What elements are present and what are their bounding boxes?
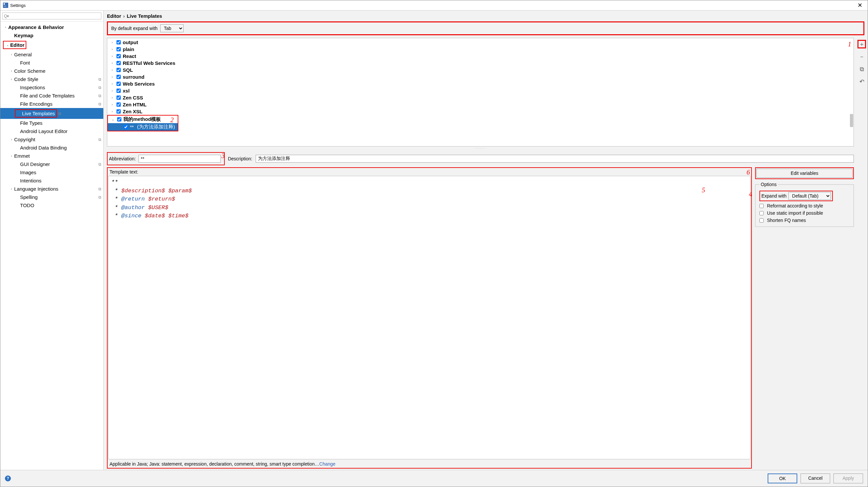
expand-with-select[interactable]: Default (Tab) bbox=[788, 192, 831, 200]
group-checkbox[interactable] bbox=[117, 47, 121, 51]
template-group-list[interactable]: ›output›plain›React›RESTful Web Services… bbox=[107, 38, 854, 146]
add-button[interactable]: ＋ bbox=[858, 40, 866, 49]
sidebar-item-code-style[interactable]: ›Code Style⧉ bbox=[0, 75, 103, 83]
sidebar-item-label: Live Templates bbox=[22, 111, 55, 116]
static-import-label: Use static import if possible bbox=[767, 210, 823, 216]
revert-button[interactable]: ↶ bbox=[858, 77, 866, 86]
window-title: Settings bbox=[10, 3, 26, 8]
template-item[interactable]: **(为方法添加注释) bbox=[108, 123, 178, 131]
sidebar-item-label: Font bbox=[20, 60, 101, 65]
group-name: Zen CSS bbox=[123, 95, 143, 101]
sidebar-item-emmet[interactable]: ›Emmet bbox=[0, 152, 103, 160]
chevron-icon: › bbox=[9, 138, 14, 141]
group-checkbox[interactable] bbox=[117, 68, 121, 72]
abbrev-desc-row: Abbreviation: 3 Description: bbox=[107, 150, 854, 167]
reformat-checkbox[interactable] bbox=[760, 204, 764, 208]
cancel-button[interactable]: Cancel bbox=[801, 474, 830, 483]
template-group-restful-web-services[interactable]: ›RESTful Web Services bbox=[107, 60, 854, 66]
group-checkbox[interactable] bbox=[117, 95, 121, 100]
sidebar-item-label: Code Style bbox=[14, 77, 97, 82]
help-button[interactable]: ? bbox=[5, 476, 11, 481]
group-checkbox[interactable] bbox=[117, 109, 121, 114]
abbrev-input[interactable] bbox=[138, 155, 221, 163]
sidebar-item-images[interactable]: Images bbox=[0, 168, 103, 176]
sidebar-item-color-scheme[interactable]: ›Color Scheme bbox=[0, 67, 103, 75]
sidebar-item-android-layout-editor[interactable]: Android Layout Editor bbox=[0, 127, 103, 135]
sidebar-item-general[interactable]: ›General bbox=[0, 50, 103, 59]
scope-icon: ⧉ bbox=[98, 93, 101, 98]
template-group-zen-xsl[interactable]: ›Zen XSL bbox=[107, 108, 854, 115]
splitter[interactable]: ∙∙∙∙∙∙∙ bbox=[107, 146, 854, 150]
sidebar-item-file-encodings[interactable]: File Encodings⧉ bbox=[0, 100, 103, 108]
template-group-output[interactable]: ›output bbox=[107, 39, 854, 46]
template-group-surround[interactable]: ›surround bbox=[107, 74, 854, 80]
sidebar-item-file-and-code-templates[interactable]: File and Code Templates⧉ bbox=[0, 91, 103, 100]
template-checkbox[interactable] bbox=[124, 125, 128, 129]
close-button[interactable]: ✕ bbox=[855, 2, 865, 9]
template-group-react[interactable]: ›React bbox=[107, 53, 854, 60]
chevron-icon: › bbox=[110, 89, 115, 92]
group-checkbox[interactable] bbox=[117, 89, 121, 93]
sidebar-item-editor[interactable]: ⌄Editor bbox=[0, 39, 103, 50]
sidebar-item-file-types[interactable]: File Types bbox=[0, 119, 103, 127]
shorten-checkbox[interactable] bbox=[760, 218, 764, 223]
desc-input[interactable] bbox=[256, 155, 854, 163]
svg-rect-1 bbox=[4, 3, 5, 5]
template-desc: (为方法添加注释) bbox=[137, 124, 175, 130]
template-text-area[interactable]: ** * $description$ $param$ * @return $re… bbox=[108, 176, 750, 459]
scrollbar-thumb[interactable] bbox=[850, 114, 853, 127]
group-checkbox[interactable] bbox=[117, 103, 121, 107]
chevron-icon: › bbox=[9, 77, 14, 81]
sidebar-item-label: TODO bbox=[20, 202, 101, 208]
sidebar-item-language-injections[interactable]: ›Language Injections⧉ bbox=[0, 185, 103, 193]
group-checkbox[interactable] bbox=[117, 61, 121, 65]
sidebar-item-keymap[interactable]: Keymap bbox=[0, 31, 103, 39]
search-input[interactable] bbox=[9, 13, 100, 19]
sidebar-item-todo[interactable]: TODO bbox=[0, 201, 103, 209]
change-link[interactable]: Change bbox=[319, 461, 335, 466]
template-group--method-[interactable]: ⌄我的method模板 bbox=[108, 116, 178, 123]
template-group-zen-html[interactable]: ›Zen HTML bbox=[107, 101, 854, 108]
template-group-zen-css[interactable]: ›Zen CSS bbox=[107, 94, 854, 101]
sidebar-item-spelling[interactable]: Spelling⧉ bbox=[0, 193, 103, 201]
group-checkbox[interactable] bbox=[117, 82, 121, 86]
template-group-sql[interactable]: ›SQL bbox=[107, 66, 854, 74]
sidebar-item-android-data-binding[interactable]: Android Data Binding bbox=[0, 144, 103, 152]
search-icon: Q▾ bbox=[4, 14, 9, 19]
apply-button[interactable]: Apply bbox=[833, 474, 863, 483]
sidebar-item-label: Color Scheme bbox=[14, 68, 101, 74]
group-checkbox[interactable] bbox=[117, 75, 121, 79]
group-checkbox[interactable] bbox=[117, 117, 121, 121]
copy-button[interactable]: ⧉ bbox=[858, 65, 866, 74]
template-group-web-services[interactable]: ›Web Services bbox=[107, 80, 854, 87]
group-name: Web Services bbox=[123, 81, 155, 87]
sidebar-item-label: File Types bbox=[20, 120, 101, 126]
sidebar-item-label: Inspections bbox=[20, 85, 97, 90]
sidebar-item-label: Images bbox=[20, 170, 101, 175]
group-checkbox[interactable] bbox=[117, 40, 121, 45]
template-group-plain[interactable]: ›plain bbox=[107, 46, 854, 53]
remove-button[interactable]: － bbox=[858, 52, 866, 61]
template-abbrev: ** bbox=[130, 124, 134, 130]
static-import-row[interactable]: Use static import if possible bbox=[760, 209, 851, 217]
group-checkbox[interactable] bbox=[117, 54, 121, 58]
ok-button[interactable]: OK bbox=[768, 474, 797, 483]
sidebar-item-copyright[interactable]: ›Copyright⧉ bbox=[0, 135, 103, 144]
template-group-xsl[interactable]: ›xsl bbox=[107, 87, 854, 94]
sidebar-item-appearance-behavior[interactable]: ›Appearance & Behavior bbox=[0, 23, 103, 31]
sidebar-item-intentions[interactable]: Intentions bbox=[0, 176, 103, 185]
expand-select[interactable]: Tab bbox=[160, 24, 184, 32]
sidebar-item-inspections[interactable]: Inspections⧉ bbox=[0, 83, 103, 91]
shorten-row[interactable]: Shorten FQ names bbox=[760, 217, 851, 224]
static-import-checkbox[interactable] bbox=[760, 211, 764, 216]
sidebar-item-font[interactable]: Font bbox=[0, 59, 103, 67]
settings-tree[interactable]: ›Appearance & BehaviorKeymap⌄Editor›Gene… bbox=[0, 22, 103, 470]
reformat-row[interactable]: Reformat according to style bbox=[760, 202, 851, 209]
search-box[interactable]: Q▾ bbox=[2, 12, 101, 20]
sidebar-item-live-templates[interactable]: Live Templates⧉ bbox=[0, 108, 103, 119]
edit-variables-button[interactable]: Edit variables bbox=[756, 169, 852, 178]
chevron-icon: › bbox=[110, 82, 115, 86]
scope-icon: ⧉ bbox=[98, 195, 101, 200]
sidebar-item-gui-designer[interactable]: GUI Designer⧉ bbox=[0, 160, 103, 168]
options-fieldset: Options 4 Expand with Default (Tab) Re bbox=[755, 182, 854, 227]
